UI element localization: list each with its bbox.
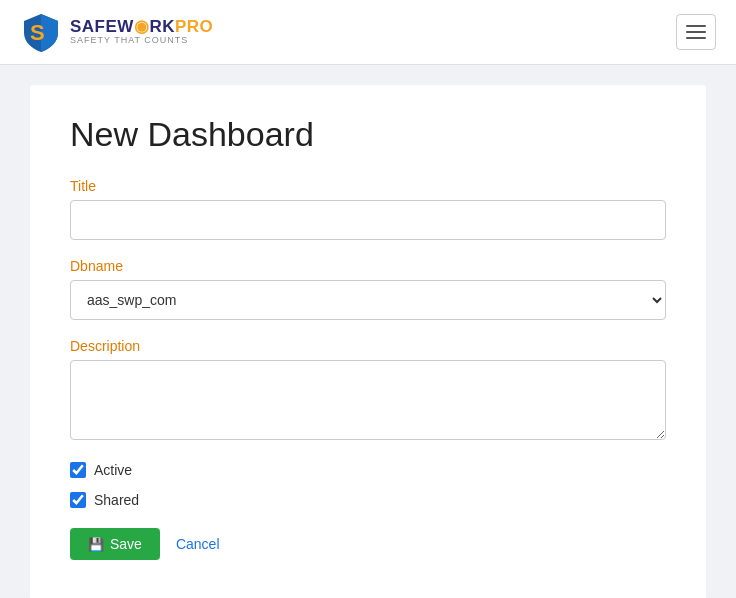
main-content: New Dashboard Title Dbname aas_swp_com D… xyxy=(30,85,706,598)
save-button[interactable]: 💾 Save xyxy=(70,528,160,560)
save-label: Save xyxy=(110,536,142,552)
hamburger-line-2 xyxy=(686,31,706,33)
active-checkbox[interactable] xyxy=(70,462,86,478)
hamburger-line-1 xyxy=(686,25,706,27)
logo-rk: RK xyxy=(149,17,175,36)
logo-work: W xyxy=(117,17,134,36)
hamburger-button[interactable] xyxy=(676,14,716,50)
description-label: Description xyxy=(70,338,666,354)
page-title: New Dashboard xyxy=(70,115,666,154)
title-input[interactable] xyxy=(70,200,666,240)
save-icon: 💾 xyxy=(88,537,104,552)
logo-safe: SAFE xyxy=(70,17,117,36)
logo-tagline: SAFETY THAT COUNTS xyxy=(70,36,213,46)
logo-icon: S xyxy=(20,11,62,53)
description-textarea[interactable] xyxy=(70,360,666,440)
description-field-group: Description xyxy=(70,338,666,444)
logo-circle: ◉ xyxy=(134,17,150,36)
hamburger-line-3 xyxy=(686,37,706,39)
logo-name: SAFEW◉RKPRO xyxy=(70,18,213,37)
cancel-button[interactable]: Cancel xyxy=(172,528,224,560)
dbname-field-group: Dbname aas_swp_com xyxy=(70,258,666,320)
active-label: Active xyxy=(94,462,132,478)
logo: S SAFEW◉RKPRO SAFETY THAT COUNTS xyxy=(20,11,213,53)
navbar: S SAFEW◉RKPRO SAFETY THAT COUNTS xyxy=(0,0,736,65)
dbname-select[interactable]: aas_swp_com xyxy=(70,280,666,320)
shared-checkbox[interactable] xyxy=(70,492,86,508)
logo-text: SAFEW◉RKPRO SAFETY THAT COUNTS xyxy=(70,18,213,47)
button-row: 💾 Save Cancel xyxy=(70,528,666,560)
svg-text:S: S xyxy=(30,20,45,45)
title-label: Title xyxy=(70,178,666,194)
dbname-label: Dbname xyxy=(70,258,666,274)
title-field-group: Title xyxy=(70,178,666,240)
logo-pro: PRO xyxy=(175,17,213,36)
shared-label: Shared xyxy=(94,492,139,508)
active-checkbox-group: Active xyxy=(70,462,666,478)
shared-checkbox-group: Shared xyxy=(70,492,666,508)
